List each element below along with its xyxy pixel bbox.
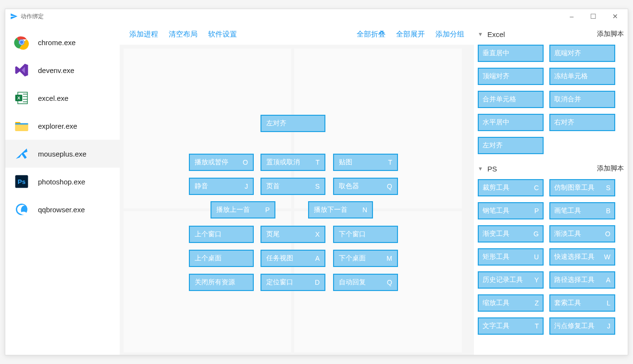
script-hotkey: O	[605, 230, 610, 238]
process-item[interactable]: Psphotoshop.exe	[5, 168, 120, 195]
script-label: 渐变工具	[483, 230, 532, 238]
add-script-button[interactable]: 添加脚本	[597, 30, 624, 38]
collapse-all-button[interactable]: 全部折叠	[357, 30, 385, 39]
add-process-button[interactable]: 添加进程	[129, 30, 158, 39]
maximize-button[interactable]: ☐	[583, 9, 604, 24]
process-item[interactable]: qqbrowser.exe	[5, 195, 120, 223]
svg-point-2	[20, 40, 23, 44]
action-tile[interactable]: 贴图T	[333, 154, 398, 171]
script-chip[interactable]: 画笔工具B	[549, 202, 615, 219]
process-icon	[14, 202, 29, 217]
action-tile[interactable]: 置顶或取消T	[261, 154, 325, 171]
svg-text:X: X	[17, 96, 21, 100]
script-label: 垂直居中	[483, 49, 539, 58]
add-group-button[interactable]: 添加分组	[435, 30, 464, 39]
script-label: 合并单元格	[483, 95, 539, 104]
script-hotkey: L	[607, 299, 610, 307]
script-label: 快速选择工具	[554, 253, 602, 261]
script-chip[interactable]: 路径选择工具A	[549, 271, 615, 289]
action-tile[interactable]: 关闭所有资源	[189, 274, 254, 291]
close-button[interactable]: ✕	[604, 9, 626, 24]
process-item[interactable]: devenv.exe	[5, 56, 120, 84]
action-tile[interactable]: 下个桌面M	[333, 250, 398, 267]
process-item[interactable]: mouseplus.exe	[5, 140, 120, 168]
script-chip[interactable]: 仿制图章工具S	[549, 179, 615, 196]
script-chip[interactable]: 水平居中	[478, 114, 544, 131]
action-label: 置顶或取消	[266, 158, 312, 167]
process-icon	[14, 35, 29, 50]
action-label: 自动回复	[339, 278, 384, 287]
action-tile[interactable]: 播放上一首P	[211, 201, 275, 218]
gesture-canvas[interactable]: 左对齐播放或暂停O置顶或取消T贴图T静音J页首S取色器Q播放上一首P播放下一首N…	[120, 45, 474, 355]
process-label: qqbrowser.exe	[38, 206, 85, 214]
process-item[interactable]: Xexcel.exe	[5, 84, 120, 112]
script-grid: 垂直居中底端对齐顶端对齐冻结单元格合并单元格取消合并水平居中右对齐左对齐	[478, 42, 626, 161]
process-sidebar: chrome.exedevenv.exeXexcel.exeexplorer.e…	[5, 24, 120, 355]
script-chip[interactable]: 快速选择工具W	[549, 248, 615, 266]
script-chip[interactable]: 底端对齐	[549, 45, 615, 62]
script-label: 文字工具	[483, 322, 533, 330]
script-chip[interactable]: 顶端对齐	[478, 68, 544, 85]
script-chip[interactable]: 套索工具L	[549, 294, 615, 312]
action-tile[interactable]: 左对齐	[261, 115, 325, 132]
action-tile[interactable]: 播放或暂停O	[189, 154, 254, 171]
minimize-button[interactable]: –	[561, 9, 583, 24]
action-tile[interactable]: 自动回复Q	[333, 274, 398, 291]
script-chip[interactable]: 左对齐	[478, 137, 544, 154]
script-chip[interactable]: 矩形工具U	[478, 248, 544, 266]
action-label: 页首	[266, 182, 312, 191]
settings-button[interactable]: 软件设置	[208, 30, 237, 39]
action-label: 静音	[195, 182, 242, 191]
script-hotkey: W	[604, 253, 610, 261]
titlebar: 动作绑定 – ☐ ✕	[5, 9, 628, 24]
action-tile[interactable]: 下个窗口	[333, 226, 398, 243]
add-script-button[interactable]: 添加脚本	[597, 164, 624, 173]
script-label: 污点修复工具	[554, 322, 605, 330]
script-chip[interactable]: 取消合并	[549, 91, 615, 108]
script-label: 画笔工具	[554, 206, 604, 215]
script-chip[interactable]: 污点修复工具J	[549, 317, 615, 335]
action-label: 任务视图	[266, 254, 312, 263]
script-chip[interactable]: 文字工具T	[478, 317, 544, 335]
script-hotkey: P	[534, 207, 539, 215]
script-chip[interactable]: 右对齐	[549, 114, 615, 131]
script-chip[interactable]: 缩放工具Z	[478, 294, 544, 312]
svg-point-14	[21, 212, 26, 215]
action-label: 下个窗口	[339, 230, 392, 239]
action-hotkey: N	[362, 206, 367, 214]
script-panel: ▼Excel添加脚本垂直居中底端对齐顶端对齐冻结单元格合并单元格取消合并水平居中…	[474, 24, 628, 355]
process-item[interactable]: chrome.exe	[5, 28, 120, 56]
clear-layout-button[interactable]: 清空布局	[169, 30, 198, 39]
action-hotkey: A	[315, 255, 320, 262]
script-hotkey: S	[606, 184, 610, 192]
script-hotkey: G	[534, 230, 539, 238]
script-chip[interactable]: 裁剪工具C	[478, 179, 544, 196]
action-tile[interactable]: 任务视图A	[261, 250, 325, 267]
script-group-header[interactable]: ▼Excel添加脚本	[478, 26, 626, 42]
script-chip[interactable]: 合并单元格	[478, 91, 544, 108]
script-chip[interactable]: 钢笔工具P	[478, 202, 544, 219]
script-chip[interactable]: 渐变工具G	[478, 225, 544, 243]
action-hotkey: T	[315, 158, 320, 166]
script-label: 路径选择工具	[554, 276, 604, 284]
script-chip[interactable]: 渐淡工具O	[549, 225, 615, 243]
action-tile[interactable]: 播放下一首N	[308, 201, 373, 218]
action-tile[interactable]: 静音J	[189, 178, 254, 195]
action-tile[interactable]: 页首S	[261, 178, 325, 195]
script-chip[interactable]: 冻结单元格	[549, 68, 615, 85]
script-hotkey: Y	[534, 276, 539, 284]
script-chip[interactable]: 垂直居中	[478, 45, 544, 62]
expand-all-button[interactable]: 全部展开	[396, 30, 425, 39]
script-group-header[interactable]: ▼PS添加脚本	[478, 161, 626, 176]
script-chip[interactable]: 历史记录工具Y	[478, 271, 544, 289]
action-tile[interactable]: 页尾X	[261, 226, 325, 243]
process-label: excel.exe	[38, 94, 68, 102]
action-tile[interactable]: 上个窗口	[189, 226, 254, 243]
script-label: 历史记录工具	[483, 276, 533, 284]
script-label: 冻结单元格	[554, 72, 610, 81]
action-tile[interactable]: 取色器Q	[333, 178, 398, 195]
process-item[interactable]: explorer.exe	[5, 112, 120, 140]
action-tile[interactable]: 定位窗口D	[261, 274, 325, 291]
action-tile[interactable]: 上个桌面	[189, 250, 254, 267]
script-label: 右对齐	[554, 118, 610, 127]
